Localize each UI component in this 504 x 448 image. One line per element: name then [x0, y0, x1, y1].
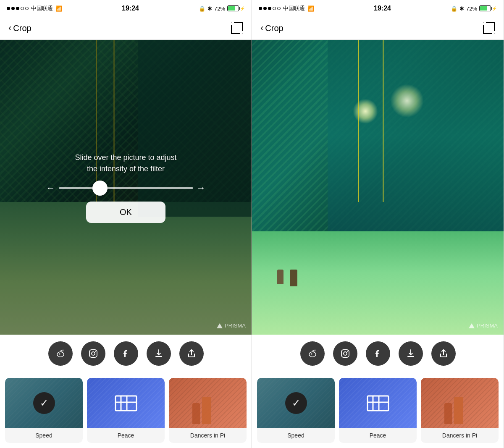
checkmark-speed-left: ✓ — [33, 392, 55, 414]
download-button-right[interactable] — [399, 341, 423, 366]
filter-item-dancers-right[interactable]: Dancers in Pi — [421, 378, 499, 443]
status-right-right: 🔒 ✱ 72% ⚡ — [451, 5, 497, 12]
bluetooth-icon-right: ✱ — [459, 5, 464, 12]
carrier-right: 中国联通 — [283, 5, 305, 12]
download-icon-right — [406, 348, 416, 359]
weibo-icon-right — [307, 348, 318, 359]
svg-rect-0 — [231, 23, 242, 34]
svg-point-20 — [311, 354, 312, 355]
instagram-button-left[interactable] — [81, 341, 105, 366]
social-bar-right — [252, 335, 504, 372]
filter-item-peace-right[interactable]: Peace — [339, 378, 417, 443]
time-left: 19:24 — [122, 5, 139, 12]
time-right: 19:24 — [374, 5, 391, 12]
line1-right — [358, 40, 359, 202]
facebook-button-right[interactable] — [366, 341, 390, 366]
crop-button-right[interactable] — [483, 22, 495, 34]
filter-label-speed-left: Speed — [5, 428, 83, 443]
slide-instruction: Slide over the picture to adjust the int… — [75, 152, 176, 175]
line2-right — [383, 40, 384, 202]
art-background-right — [252, 40, 504, 335]
filter-thumb-speed-right: ✓ — [257, 378, 335, 428]
filter-bar-right: ✓ Speed Peace — [252, 372, 504, 448]
svg-point-5 — [57, 352, 64, 357]
instagram-icon-left — [88, 348, 98, 359]
filter-bar-left: ✓ Speed Peace — [0, 372, 252, 448]
weibo-button-left[interactable] — [48, 341, 73, 366]
image-area-left[interactable]: Slide over the picture to adjust the int… — [0, 40, 252, 335]
dot4r — [273, 7, 276, 10]
prisma-label-right: PRISMA — [477, 322, 498, 329]
prisma-triangle-icon-right — [469, 323, 475, 328]
nav-bar-right: ‹ Crop — [252, 17, 504, 40]
battery-left: ⚡ — [227, 5, 245, 11]
dot3r — [268, 7, 271, 10]
signal-dots-right — [259, 7, 281, 10]
facebook-icon-right — [373, 348, 383, 359]
svg-rect-10 — [116, 396, 136, 411]
filter-thumb-dancers-left — [169, 378, 247, 428]
dancers-figures-right — [444, 397, 463, 424]
chevron-left-icon-right: ‹ — [260, 23, 263, 34]
weibo-icon-left — [55, 348, 66, 359]
filter-label-peace-left: Peace — [87, 428, 165, 443]
dot2 — [11, 7, 15, 10]
lock-icon-left: 🔒 — [199, 5, 205, 12]
dot5r — [277, 7, 281, 10]
filter-label-dancers-right: Dancers in Pi — [421, 428, 499, 443]
image-area-right[interactable]: PRISMA — [252, 40, 504, 335]
back-button-right[interactable]: ‹ Crop — [260, 23, 284, 34]
prisma-watermark-right: PRISMA — [469, 322, 498, 329]
svg-point-6 — [59, 354, 60, 355]
slider-thumb[interactable] — [92, 181, 108, 196]
nav-title-left: Crop — [13, 24, 31, 33]
share-button-left[interactable] — [179, 341, 204, 366]
dot5 — [25, 7, 29, 10]
battery-right: ⚡ — [479, 5, 497, 11]
right-phone-panel: 中国联通 📶 19:24 🔒 ✱ 72% ⚡ ‹ Crop — [252, 0, 504, 448]
peace-logo-right — [365, 390, 391, 417]
nav-title-right: Crop — [265, 24, 283, 33]
peace-logo-left — [113, 390, 139, 417]
svg-point-22 — [344, 352, 347, 355]
status-left: 中国联通 📶 — [7, 5, 62, 12]
facebook-icon-left — [121, 348, 131, 359]
crop-button-left[interactable] — [231, 22, 243, 34]
battery-pct-left: 72% — [214, 5, 225, 12]
facebook-button-left[interactable] — [114, 341, 138, 366]
svg-rect-14 — [483, 23, 494, 34]
instagram-button-right[interactable] — [333, 341, 357, 366]
download-button-left[interactable] — [147, 341, 171, 366]
share-button-right[interactable] — [431, 341, 456, 366]
bolt-left: ⚡ — [240, 6, 245, 11]
share-icon-right — [438, 348, 449, 359]
filter-label-speed-right: Speed — [257, 428, 335, 443]
selected-overlay-speed-right: ✓ — [257, 378, 335, 428]
status-bar-left: 中国联通 📶 19:24 🔒 ✱ 72% ⚡ — [0, 0, 252, 17]
slider-container[interactable]: ← → — [59, 187, 193, 189]
nav-bar-left: ‹ Crop — [0, 17, 252, 40]
slider-arrow-right-icon: → — [197, 183, 206, 194]
back-button-left[interactable]: ‹ Crop — [8, 23, 32, 34]
ok-button[interactable]: OK — [86, 202, 165, 223]
filter-thumb-peace-left — [87, 378, 165, 428]
filter-item-dancers-left[interactable]: Dancers in Pi — [169, 378, 247, 443]
bolt-right: ⚡ — [492, 6, 497, 11]
slider-track[interactable] — [59, 187, 193, 189]
signal-dots — [7, 7, 29, 10]
filter-item-peace-left[interactable]: Peace — [87, 378, 165, 443]
status-right-left: 🔒 ✱ 72% ⚡ — [199, 5, 245, 12]
dot1r — [259, 7, 262, 10]
selected-overlay-speed-left: ✓ — [5, 378, 83, 428]
filter-item-speed-left[interactable]: ✓ Speed — [5, 378, 83, 443]
weibo-button-right[interactable] — [300, 341, 325, 366]
svg-point-23 — [347, 351, 348, 351]
prisma-watermark-left: PRISMA — [217, 322, 246, 329]
bluetooth-icon-left: ✱ — [207, 5, 212, 12]
dancers-figures-left — [192, 397, 211, 424]
lock-icon-right: 🔒 — [451, 5, 457, 12]
dot4 — [21, 7, 24, 10]
wifi-icon-right: 📶 — [307, 5, 314, 12]
filter-thumb-dancers-right — [421, 378, 499, 428]
filter-item-speed-right[interactable]: ✓ Speed — [257, 378, 335, 443]
